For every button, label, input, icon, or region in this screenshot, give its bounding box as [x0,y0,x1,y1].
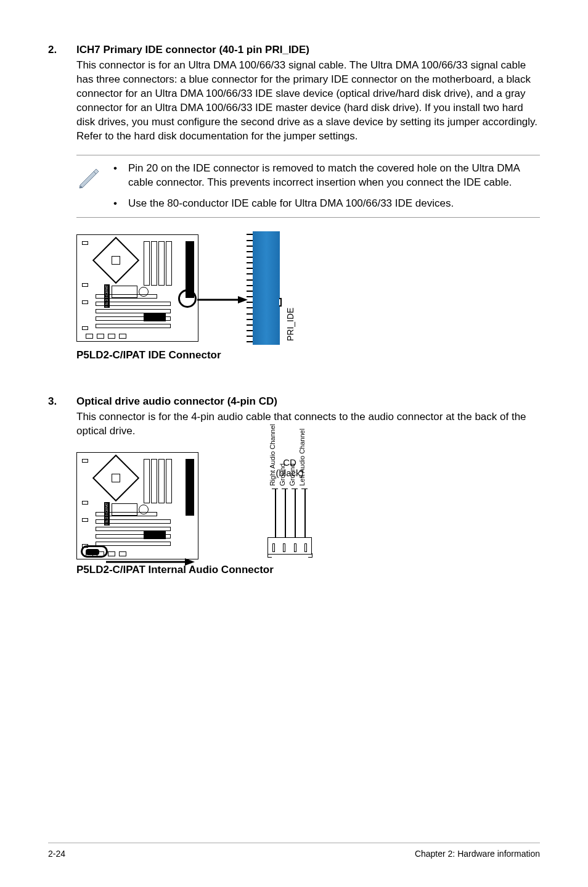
note-item: • Use the 80-conductor IDE cable for Ult… [113,197,540,211]
svg-marker-1 [185,558,195,566]
page-footer: 2-24 Chapter 2: Hardware information [48,843,540,860]
note-list: • Pin 20 on the IDE connector is removed… [113,162,540,212]
section-body: This connector is for an Ultra DMA 100/6… [76,59,540,144]
figure-audio: P5LD2-C/IPAT [76,452,540,577]
ide-connector-label: PRI_IDE [285,308,296,341]
pin-label: Right Audio Channel [268,424,277,485]
pin-label: Ground [288,463,297,486]
pencil-note-icon [76,162,113,194]
note-text: Use the 80-conductor IDE cable for Ultra… [128,197,454,211]
heading-row: 2. ICH7 Primary IDE connector (40-1 pin … [48,43,540,57]
motherboard-diagram: P5LD2-C/IPAT [76,234,198,342]
figure-caption: P5LD2-C/IPAT IDE Connector [76,349,540,363]
page-number: 2-24 [48,848,65,860]
note-text: Pin 20 on the IDE connector is removed t… [128,162,540,190]
section-body: This connector is for the 4-pin audio ca… [76,410,540,439]
motherboard-diagram: P5LD2-C/IPAT [76,452,198,559]
section-number: 2. [48,43,76,57]
heading-row: 3. Optical drive audio connector (4-pin … [48,395,540,409]
callout-circle-icon [178,289,197,308]
cd-header-box [267,537,312,555]
pin-label: Ground [278,463,287,486]
section-ide: 2. ICH7 Primary IDE connector (40-1 pin … [48,43,540,363]
callout-circle-icon [81,545,108,558]
section-audio: 3. Optical drive audio connector (4-pin … [48,395,540,577]
bullet-icon: • [113,162,128,190]
note-block: • Pin 20 on the IDE connector is removed… [76,155,540,218]
cd-connector-diagram: CD (black) Right Audio Channel Ground Gr… [265,457,314,555]
chapter-label: Chapter 2: Hardware information [415,848,540,860]
ide-connector-diagram: PRI_IDE [253,231,280,345]
section-heading: ICH7 Primary IDE connector (40-1 pin PRI… [76,43,309,57]
pin-label: Left Audio Channel [298,428,307,485]
section-heading: Optical drive audio connector (4-pin CD) [76,395,277,409]
note-item: • Pin 20 on the IDE connector is removed… [113,162,540,190]
arrow-icon [197,287,250,312]
figure-ide: P5LD2-C/IPAT [76,231,540,363]
bullet-icon: • [113,197,128,211]
arrow-icon [106,550,198,574]
section-number: 3. [48,395,76,409]
